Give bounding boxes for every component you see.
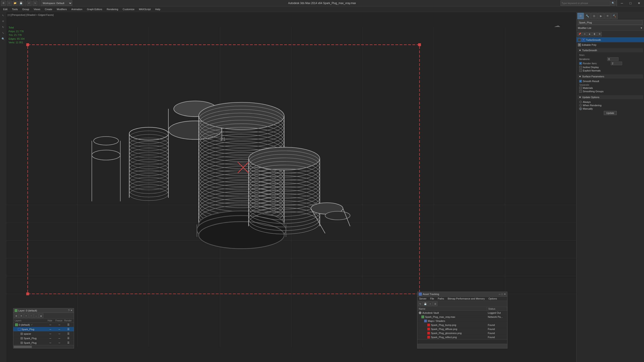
when-rendering-radio[interactable]: [579, 104, 582, 107]
show-end-btn[interactable]: ⊙: [582, 32, 587, 36]
asset-close-btn[interactable]: ✕: [504, 293, 506, 296]
rp-display-icon[interactable]: 👁: [604, 13, 611, 19]
layer-sparkplug3-render: ☰: [64, 341, 73, 344]
asset-row-bump[interactable]: Spark_Plug_bump.png Found: [417, 323, 507, 327]
asset-add-btn[interactable]: +: [428, 302, 432, 306]
layer-move-down-btn[interactable]: ↓: [34, 314, 38, 318]
undo-btn[interactable]: ↩: [27, 1, 32, 6]
layer-scrollbar[interactable]: [13, 345, 74, 348]
menu-rendering[interactable]: Rendering: [104, 7, 120, 11]
object-name-input[interactable]: [578, 20, 643, 25]
menu-tools[interactable]: Tools: [10, 7, 20, 11]
menu-edit[interactable]: Edit: [1, 7, 10, 11]
asset-row-maxfile[interactable]: Spark_Plug_max_vray.max Network Pa...: [417, 315, 507, 319]
rotate-tool[interactable]: ↻: [0, 24, 6, 30]
layer-add-btn[interactable]: +: [24, 314, 28, 318]
menu-animation[interactable]: Animation: [69, 7, 85, 11]
scale-tool[interactable]: ⤡: [0, 30, 6, 36]
asset-row-gloss[interactable]: Spark_Plug_glossiness.png Found: [417, 331, 507, 335]
rp-hierarchy-icon[interactable]: ⊞: [591, 13, 597, 19]
menu-create[interactable]: Create: [42, 7, 54, 11]
layer-close-btn[interactable]: ✕: [70, 309, 72, 312]
svg-text:21: 21: [220, 136, 226, 142]
layer-row-sparkplug2[interactable]: Spark_Plug ─ ─ ☰: [13, 336, 74, 341]
render-iters-checkbox[interactable]: [579, 62, 582, 65]
menu-customize[interactable]: Customize: [120, 7, 137, 11]
layer-row-sparkplug[interactable]: Spark_Plug ─ ─ ☰: [13, 327, 74, 332]
asset-menu-file[interactable]: File: [428, 297, 436, 301]
asset-refresh-btn[interactable]: ↻: [418, 302, 422, 306]
asset-menu-bitmap[interactable]: Bitmap Performance and Memory: [446, 297, 486, 301]
pin-stack-btn[interactable]: 📌: [578, 32, 582, 36]
search-btn[interactable]: 🔍: [610, 1, 616, 6]
layer-row-spacer[interactable]: spacer ─ ─ ☰: [13, 332, 74, 336]
menu-modifiers[interactable]: Modifiers: [54, 7, 69, 11]
modifier-turbosmooth[interactable]: T TurboSmooth: [576, 37, 644, 42]
asset-minimize-btn[interactable]: ─: [499, 293, 501, 296]
smoothing-groups-checkbox[interactable]: [579, 90, 582, 93]
menu-group[interactable]: Group: [20, 7, 32, 11]
iterations-input[interactable]: [607, 57, 618, 61]
update-options-header[interactable]: ▼ Update Options: [578, 95, 643, 99]
asset-save-btn[interactable]: 💾: [423, 302, 428, 306]
asset-restore-btn[interactable]: □: [501, 293, 503, 296]
menu-views[interactable]: Views: [32, 7, 42, 11]
remove-mod-btn[interactable]: 🗑: [592, 32, 597, 36]
minimize-btn[interactable]: ─: [618, 1, 626, 6]
close-btn[interactable]: ✕: [635, 1, 643, 6]
layer-move-up-btn[interactable]: ↑: [29, 314, 34, 318]
svg-point-85: [199, 222, 284, 249]
config-mod-btn[interactable]: ⚙: [597, 32, 602, 36]
rp-create-icon[interactable]: ⚙: [578, 13, 584, 19]
select-tool[interactable]: ↖: [0, 13, 6, 18]
save-btn[interactable]: 💾: [18, 1, 24, 6]
layer-row-sparkplug3[interactable]: Spark_Plug ─ ─ ☰: [13, 341, 74, 345]
isoline-checkbox[interactable]: [579, 66, 582, 68]
layer-pin-btn[interactable]: ?: [68, 309, 70, 312]
rp-utilities-icon[interactable]: 🔨: [611, 13, 618, 19]
menu-maxscript[interactable]: MAXScript: [137, 7, 153, 11]
move-tool[interactable]: ✛: [0, 18, 6, 24]
app-icon[interactable]: ⚙: [1, 1, 6, 6]
viewport[interactable]: [+] [Perspective] [Shaded + Edged Faces]…: [6, 12, 576, 362]
search-input[interactable]: [560, 0, 610, 6]
open-btn[interactable]: 📂: [13, 1, 18, 6]
always-radio[interactable]: [579, 101, 582, 103]
render-iters-input[interactable]: [611, 61, 622, 65]
asset-row-vault[interactable]: Autodesk Vault Logged Out: [417, 311, 507, 315]
explicit-normals-checkbox[interactable]: [579, 69, 582, 72]
rp-modify-icon[interactable]: 🔧: [584, 13, 590, 19]
modifier-stack: T TurboSmooth E Editable Poly: [576, 37, 644, 47]
asset-menu-server[interactable]: Server: [417, 297, 428, 301]
layer-select-btn[interactable]: ◈: [39, 314, 43, 318]
update-button[interactable]: Update: [604, 111, 617, 115]
modifier-list-arrow[interactable]: ▼: [640, 27, 643, 29]
asset-menu-paths[interactable]: Paths: [436, 297, 446, 301]
layer-row-default[interactable]: 0 (default) ✓ ─ ─ ☰: [13, 323, 74, 327]
menu-graph-editors[interactable]: Graph Editors: [85, 7, 104, 11]
manually-radio[interactable]: [579, 107, 582, 110]
layer-scroll-thumb[interactable]: [14, 346, 32, 348]
layer-delete-btn[interactable]: ✕: [19, 314, 24, 318]
asset-row-diffuse[interactable]: Spark_Plug_diffuse.png Found: [417, 327, 507, 331]
layer-new-btn[interactable]: ⊕: [14, 314, 18, 318]
asset-row-maps[interactable]: Maps / Shaders: [417, 319, 507, 323]
surface-params-header[interactable]: ▼ Surface Parameters: [578, 74, 643, 78]
isoline-label: Isoline Display: [583, 66, 599, 68]
maximize-btn[interactable]: □: [626, 1, 634, 6]
new-btn[interactable]: □: [7, 1, 12, 6]
workspace-select[interactable]: Workspace: Default: [41, 0, 72, 6]
redo-btn[interactable]: ↪: [32, 1, 38, 6]
rp-motion-icon[interactable]: ▶: [598, 13, 604, 19]
zoom-tool[interactable]: 🔍: [0, 36, 6, 41]
menu-help[interactable]: Help: [153, 7, 163, 11]
materials-checkbox[interactable]: [579, 87, 582, 89]
make-unique-btn[interactable]: ◈: [587, 32, 592, 36]
turbosmooth-section-header[interactable]: ▼ TurboSmooth: [578, 48, 643, 52]
smooth-result-checkbox[interactable]: [579, 80, 582, 82]
asset-row-reflect[interactable]: Spark_Plug_reflect.png Found: [417, 335, 507, 339]
modifier-turbosmooth-checkbox[interactable]: [578, 38, 581, 41]
asset-list-btn[interactable]: ☰: [433, 302, 438, 306]
modifier-editablepoly[interactable]: E Editable Poly: [576, 42, 644, 47]
asset-menu-options[interactable]: Options: [487, 297, 499, 301]
